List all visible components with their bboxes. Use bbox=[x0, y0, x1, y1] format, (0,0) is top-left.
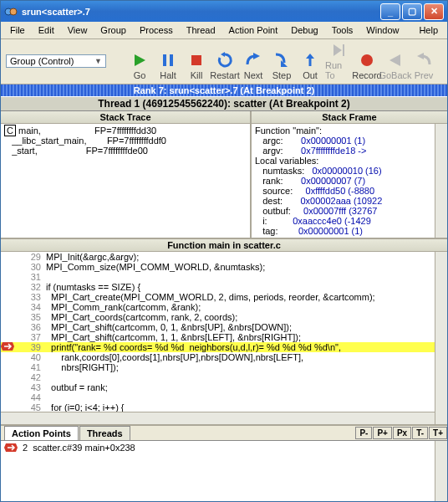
svg-marker-10 bbox=[333, 44, 342, 56]
toolbar-out-button[interactable]: Out bbox=[297, 51, 323, 80]
scope-label: Group (Control) bbox=[10, 56, 74, 66]
toolbar-label: Run To bbox=[325, 60, 352, 80]
stack-frame-row[interactable]: rank: 0x00000007 (7) bbox=[255, 176, 444, 186]
code-line[interactable]: 30MPI_Comm_size(MPI_COMM_WORLD, &numtask… bbox=[1, 262, 447, 272]
stack-frame-row[interactable]: i: 0xaaccc4e0 (-1429 bbox=[255, 216, 444, 226]
stack-frame-row[interactable]: Function "main": bbox=[255, 126, 444, 136]
menu-file[interactable]: File bbox=[4, 23, 31, 37]
toolbar-record-button[interactable]: Record bbox=[354, 51, 380, 80]
code-line[interactable]: 29MPI_Init(&argc,&argv); bbox=[1, 252, 447, 262]
svg-marker-9 bbox=[306, 54, 314, 59]
code-line[interactable]: 41 nbrs[RIGHT]); bbox=[1, 362, 447, 372]
code-line[interactable]: 37 MPI_Cart_shift(cartcomm, 1, 1, &nbrs[… bbox=[1, 332, 447, 342]
function-title: Function main in scatter.c bbox=[1, 239, 447, 252]
stack-frame-row[interactable]: numtasks: 0x00000010 (16) bbox=[255, 166, 444, 176]
code-text: printf("rank= %d coords= %d %d neighbors… bbox=[46, 342, 447, 352]
stack-trace-content[interactable]: C main, FP=7ffffffffdd30 __libc_start_ma… bbox=[1, 124, 250, 238]
code-line[interactable]: 42 bbox=[1, 372, 447, 382]
maximize-button[interactable]: ▢ bbox=[402, 3, 422, 20]
code-line[interactable]: 32if (numtasks == SIZE) { bbox=[1, 282, 447, 292]
scope-dropdown[interactable]: Group (Control) ▼ bbox=[6, 54, 106, 68]
svg-rect-4 bbox=[170, 54, 173, 66]
toolbar-halt-button[interactable]: Halt bbox=[155, 51, 181, 80]
menu-process[interactable]: Process bbox=[134, 23, 179, 37]
menu-view[interactable]: View bbox=[62, 23, 94, 37]
code-line[interactable]: 43 outbuf = rank; bbox=[1, 382, 447, 392]
menu-action-point[interactable]: Action Point bbox=[223, 23, 284, 37]
code-line[interactable]: 34 MPI_Comm_rank(cartcomm, &rank); bbox=[1, 302, 447, 312]
code-line[interactable]: 35 MPI_Cart_coords(cartcomm, rank, 2, co… bbox=[1, 312, 447, 322]
prev-icon bbox=[415, 51, 433, 69]
code-line[interactable]: 31 bbox=[1, 272, 447, 282]
toolbar-step-button[interactable]: Step bbox=[268, 51, 295, 80]
minimize-button[interactable]: _ bbox=[380, 3, 400, 20]
toolbar-restart-button[interactable]: Restart bbox=[211, 51, 238, 80]
step-icon bbox=[272, 51, 291, 69]
code-text: MPI_Cart_shift(cartcomm, 1, 1, &nbrs[LEF… bbox=[46, 332, 447, 342]
stack-frame-row[interactable]: argc: 0x00000001 (1) bbox=[255, 136, 444, 146]
toolbar-label: GoBack bbox=[379, 70, 411, 80]
line-number: 39 bbox=[16, 342, 46, 352]
toolbar-label: Record bbox=[352, 70, 381, 80]
stack-frame-row[interactable]: dest: 0x00002aaa (10922 bbox=[255, 196, 444, 206]
stack-frame-row[interactable]: tag: 0x00000001 (1) bbox=[255, 226, 444, 236]
nav-px[interactable]: Px bbox=[393, 427, 411, 439]
code-line[interactable]: 44 bbox=[1, 392, 447, 402]
stack-frame-row[interactable]: argv: 0x7ffffffffde18 -> bbox=[255, 146, 444, 156]
stop-icon bbox=[4, 443, 18, 452]
code-line[interactable]: 33 MPI_Cart_create(MPI_COMM_WORLD, 2, di… bbox=[1, 292, 447, 302]
menu-tools[interactable]: Tools bbox=[326, 23, 359, 37]
stack-frame-content[interactable]: Function "main": argc: 0x00000001 (1) ar… bbox=[252, 124, 447, 238]
scrollbar-h[interactable] bbox=[1, 412, 435, 424]
stack-frame-title: Stack Frame bbox=[252, 111, 447, 124]
code-text: nbrs[RIGHT]); bbox=[46, 362, 447, 372]
toolbar-kill-button[interactable]: Kill bbox=[183, 51, 210, 80]
toolbar-next-button[interactable]: Next bbox=[240, 51, 267, 80]
menu-edit[interactable]: Edit bbox=[33, 23, 60, 37]
menu-help[interactable]: Help bbox=[413, 23, 444, 37]
toolbar-prev-button: Prev bbox=[410, 51, 437, 80]
menu-group[interactable]: Group bbox=[94, 23, 132, 37]
menu-window[interactable]: Window bbox=[360, 23, 405, 37]
scrollbar-v[interactable] bbox=[435, 252, 447, 424]
stack-trace-row[interactable]: C main, FP=7ffffffffdd30 bbox=[4, 126, 247, 136]
stack-trace-row[interactable]: __libc_start_main, FP=7ffffffffddf0 bbox=[4, 136, 247, 146]
svg-point-1 bbox=[10, 8, 17, 15]
ap-id: 2 bbox=[23, 443, 28, 453]
code-line[interactable]: 40 rank,coords[0],coords[1],nbrs[UP],nbr… bbox=[1, 352, 447, 362]
nav-t-plus[interactable]: T+ bbox=[429, 427, 447, 439]
stack-frame-row[interactable]: source: 0xffffdd50 (-8880 bbox=[255, 186, 444, 196]
nav-p-minus[interactable]: P- bbox=[355, 427, 372, 439]
scrollbar-v[interactable] bbox=[435, 124, 447, 238]
tab-action-points[interactable]: Action Points bbox=[4, 426, 79, 440]
code-text bbox=[46, 272, 447, 282]
close-button[interactable]: ✕ bbox=[424, 3, 444, 20]
code-text: if (numtasks == SIZE) { bbox=[46, 282, 447, 292]
goback-icon bbox=[386, 51, 405, 69]
tab-threads[interactable]: Threads bbox=[79, 426, 130, 440]
line-number: 37 bbox=[16, 332, 46, 342]
nav-p-plus[interactable]: P+ bbox=[373, 427, 392, 439]
stack-trace-row[interactable]: _start, FP=7ffffffffde00 bbox=[4, 146, 247, 156]
menu-thread[interactable]: Thread bbox=[181, 23, 221, 37]
toolbar-go-button[interactable]: Go bbox=[126, 51, 153, 80]
stack-frame-row[interactable]: Local variables: bbox=[255, 156, 444, 166]
scrollbar-v[interactable] bbox=[435, 441, 447, 501]
action-points-list[interactable]: 2scatter.c#39 main+0x238 bbox=[1, 441, 447, 501]
code-line[interactable]: 36 MPI_Cart_shift(cartcomm, 0, 1, &nbrs[… bbox=[1, 322, 447, 332]
code-text: MPI_Cart_create(MPI_COMM_WORLD, 2, dims,… bbox=[46, 292, 447, 302]
svg-marker-6 bbox=[221, 52, 225, 57]
svg-rect-5 bbox=[191, 55, 201, 65]
stack-frame-row[interactable]: outbuf: 0x00007fff (32767 bbox=[255, 206, 444, 216]
action-point-item[interactable]: 2scatter.c#39 main+0x238 bbox=[4, 443, 444, 453]
svg-marker-13 bbox=[389, 54, 400, 66]
nav-t-minus[interactable]: T- bbox=[412, 427, 428, 439]
app-icon bbox=[4, 5, 18, 18]
toolbar-label: Step bbox=[272, 70, 292, 80]
code-line[interactable]: 39 printf("rank= %d coords= %d %d neighb… bbox=[1, 342, 447, 352]
toolbar-label: Halt bbox=[160, 70, 176, 80]
line-number: 34 bbox=[16, 302, 46, 312]
menu-debug[interactable]: Debug bbox=[285, 23, 323, 37]
record-icon bbox=[358, 51, 376, 69]
code-area[interactable]: 29MPI_Init(&argc,&argv);30MPI_Comm_size(… bbox=[1, 252, 447, 424]
